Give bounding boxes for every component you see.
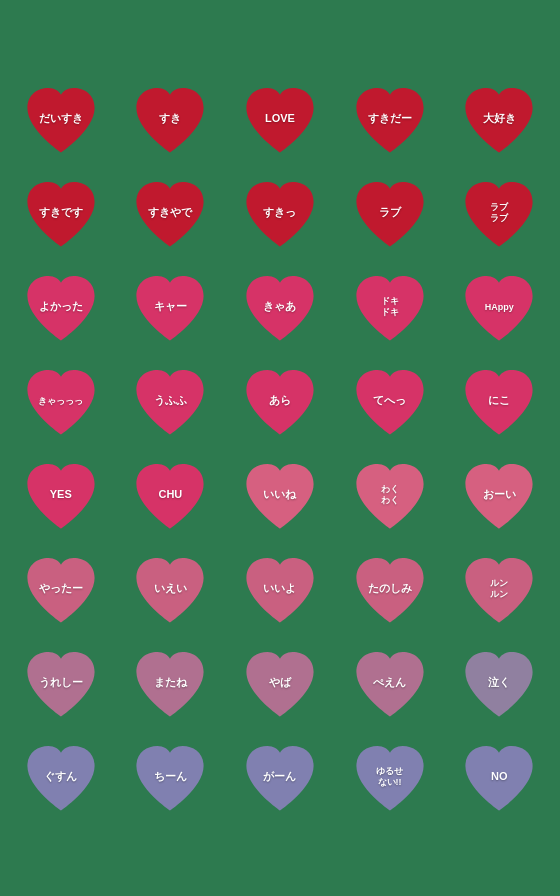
list-item[interactable]: ルン ルン — [446, 544, 552, 634]
list-item[interactable]: ラブ ラブ — [446, 168, 552, 258]
heart-text: よかった — [39, 300, 83, 313]
heart-text: いいよ — [263, 582, 296, 595]
list-item[interactable]: すきやで — [118, 168, 224, 258]
heart-text: 大好き — [483, 112, 516, 125]
heart-text: ラブ ラブ — [490, 202, 508, 224]
heart-text: きゃっっっ — [38, 396, 83, 407]
heart-text: やったー — [39, 582, 83, 595]
heart-text: てへっ — [373, 394, 406, 407]
heart-text: うふふ — [154, 394, 187, 407]
list-item[interactable]: すき — [118, 74, 224, 164]
list-item[interactable]: 大好き — [446, 74, 552, 164]
heart-text: ぐすん — [44, 770, 77, 783]
heart-text: わく わく — [381, 484, 399, 506]
list-item[interactable]: すきっ — [227, 168, 333, 258]
heart-text: おーい — [483, 488, 516, 501]
list-item[interactable]: わく わく — [337, 450, 443, 540]
list-item[interactable]: やば — [227, 638, 333, 728]
list-item[interactable]: 泣く — [446, 638, 552, 728]
list-item[interactable]: にこ — [446, 356, 552, 446]
list-item[interactable]: きゃあ — [227, 262, 333, 352]
list-item[interactable]: だいすき — [8, 74, 114, 164]
list-item[interactable]: がーん — [227, 732, 333, 822]
list-item[interactable]: うふふ — [118, 356, 224, 446]
list-item[interactable]: ぺえん — [337, 638, 443, 728]
list-item[interactable]: キャー — [118, 262, 224, 352]
list-item[interactable]: ゆるせ ない!! — [337, 732, 443, 822]
list-item[interactable]: いいよ — [227, 544, 333, 634]
list-item[interactable]: ちーん — [118, 732, 224, 822]
heart-text: ぺえん — [373, 676, 406, 689]
heart-text: ゆるせ ない!! — [376, 766, 403, 788]
list-item[interactable]: おーい — [446, 450, 552, 540]
heart-text: きゃあ — [263, 300, 296, 313]
heart-text: ラブ — [379, 206, 401, 219]
heart-text: がーん — [263, 770, 296, 783]
list-item[interactable]: うれしー — [8, 638, 114, 728]
list-item[interactable]: ドキ ドキ — [337, 262, 443, 352]
list-item[interactable]: NO — [446, 732, 552, 822]
heart-text: やば — [269, 676, 291, 689]
heart-text: ちーん — [154, 770, 187, 783]
list-item[interactable]: よかった — [8, 262, 114, 352]
heart-text: LOVE — [265, 112, 295, 125]
list-item[interactable]: きゃっっっ — [8, 356, 114, 446]
heart-text: HAppy — [485, 302, 514, 313]
list-item[interactable]: あら — [227, 356, 333, 446]
list-item[interactable]: CHU — [118, 450, 224, 540]
emoji-grid: だいすきすきLOVEすきだー大好きすきですすきやですきっラブラブ ラブよかったキ… — [0, 58, 560, 838]
list-item[interactable]: いえい — [118, 544, 224, 634]
heart-text: 泣く — [488, 676, 510, 689]
heart-text: たのしみ — [368, 582, 412, 595]
list-item[interactable]: ぐすん — [8, 732, 114, 822]
list-item[interactable]: またね — [118, 638, 224, 728]
heart-text: いえい — [154, 582, 187, 595]
heart-text: またね — [154, 676, 187, 689]
heart-text: だいすき — [39, 112, 83, 125]
heart-text: キャー — [154, 300, 187, 313]
heart-text: にこ — [488, 394, 510, 407]
list-item[interactable]: すきです — [8, 168, 114, 258]
list-item[interactable]: HAppy — [446, 262, 552, 352]
heart-text: すき — [159, 112, 181, 125]
heart-text: すきっ — [263, 206, 296, 219]
list-item[interactable]: すきだー — [337, 74, 443, 164]
list-item[interactable]: やったー — [8, 544, 114, 634]
heart-text: いいね — [263, 488, 296, 501]
heart-text: YES — [50, 488, 72, 501]
heart-text: あら — [269, 394, 291, 407]
list-item[interactable]: たのしみ — [337, 544, 443, 634]
list-item[interactable]: てへっ — [337, 356, 443, 446]
heart-text: すきやで — [148, 206, 192, 219]
list-item[interactable]: ラブ — [337, 168, 443, 258]
heart-text: すきだー — [368, 112, 412, 125]
heart-text: うれしー — [39, 676, 83, 689]
heart-text: CHU — [158, 488, 182, 501]
heart-text: ルン ルン — [490, 578, 508, 600]
list-item[interactable]: いいね — [227, 450, 333, 540]
heart-text: NO — [491, 770, 508, 783]
list-item[interactable]: YES — [8, 450, 114, 540]
list-item[interactable]: LOVE — [227, 74, 333, 164]
heart-text: すきです — [39, 206, 83, 219]
heart-text: ドキ ドキ — [381, 296, 399, 318]
